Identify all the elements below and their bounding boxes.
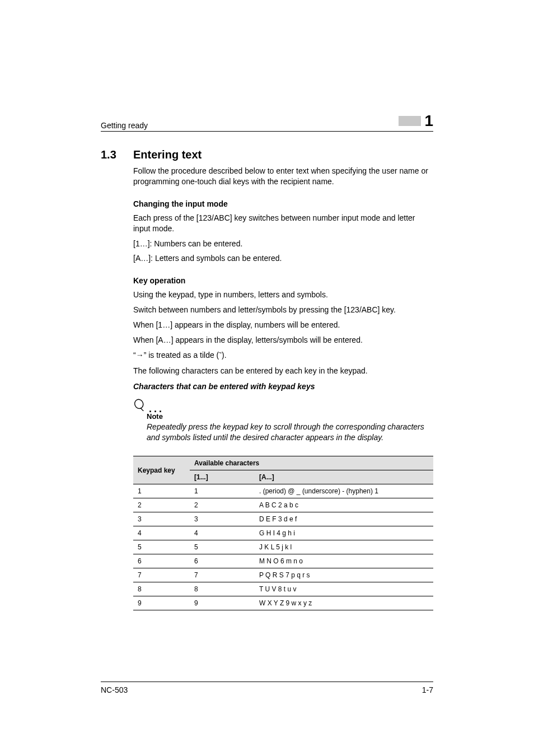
cell-num: 5 [190,540,255,554]
cell-num: 7 [190,568,255,582]
cell-num: 4 [190,526,255,540]
cell-alpha: A B C 2 a b c [255,498,433,512]
key-op-p2: Switch between numbers and letter/symbol… [133,305,433,315]
cell-key: 6 [133,554,190,568]
key-op-p3: When [1…] appears in the display, number… [133,320,433,330]
cell-alpha: . (period) @ _ (underscore) - (hyphen) 1 [255,484,433,498]
svg-point-0 [133,399,144,410]
change-mode-p1: Each press of the [123/ABC] key switches… [133,213,433,234]
cell-key: 5 [133,540,190,554]
cell-alpha: M N O 6 m n o [255,554,433,568]
section-number: 1.3 [101,148,133,161]
cell-alpha: W X Y Z 9 w x y z [255,596,433,610]
note-icon [133,399,146,411]
table-row: 1 1 . (period) @ _ (underscore) - (hyphe… [133,484,433,498]
cell-num: 2 [190,498,255,512]
key-op-heading: Key operation [133,276,433,285]
header-left-text: Getting ready [101,121,148,130]
chapter-number: 1 [424,112,433,130]
cell-num: 8 [190,582,255,596]
section-title: Entering text [133,148,202,161]
key-op-p6: The following characters can be entered … [133,366,433,376]
change-mode-heading: Changing the input mode [133,199,433,208]
cell-key: 4 [133,526,190,540]
note-block: ... Note Repeatedly press the keypad key… [133,399,433,443]
intro-para: Follow the procedure described below to … [133,166,433,187]
cell-key: 2 [133,498,190,512]
section-heading: 1.3 Entering text [101,148,433,161]
cell-alpha: D E F 3 d e f [255,512,433,526]
note-dots: ... [149,407,164,411]
cell-num: 1 [190,484,255,498]
cell-num: 6 [190,554,255,568]
key-op-p5-post: ). [222,351,227,360]
header-right: 1 [399,112,433,130]
key-op-p5: “→” is treated as a tilde (˜). [133,350,433,361]
table-row: 7 7 P Q R S 7 p q r s [133,568,433,582]
table-row: 3 3 D E F 3 d e f [133,512,433,526]
th-1mode: [1...] [190,470,255,484]
footer-left: NC-503 [101,685,128,694]
change-mode-p3: [A…]: Letters and symbols can be entered… [133,253,433,264]
cell-alpha: P Q R S 7 p q r s [255,568,433,582]
cell-key: 7 [133,568,190,582]
page-footer: NC-503 1-7 [101,682,433,694]
svg-line-1 [140,408,144,411]
keypad-table: Keypad key Available characters [1...] [… [133,456,433,610]
chapter-block [399,116,421,126]
key-op-p5-mid: ” is treated as a tilde ( [144,351,219,360]
change-mode-p2: [1…]: Numbers can be entered. [133,239,433,249]
table-row: 9 9 W X Y Z 9 w x y z [133,596,433,610]
cell-key: 8 [133,582,190,596]
page-header: Getting ready 1 [101,112,433,132]
cell-key: 3 [133,512,190,526]
arrow-icon: → [136,351,144,360]
cell-key: 1 [133,484,190,498]
cell-alpha: T U V 8 t u v [255,582,433,596]
key-op-p1: Using the keypad, type in numbers, lette… [133,290,433,300]
footer-right: 1-7 [422,685,433,694]
note-text: Repeatedly press the keypad key to scrol… [147,422,433,443]
cell-num: 3 [190,512,255,526]
th-keypad-key: Keypad key [133,456,190,484]
cell-key: 9 [133,596,190,610]
cell-alpha: G H I 4 g h i [255,526,433,540]
key-op-p4: When [A…] appears in the display, letter… [133,335,433,346]
table-row: 5 5 J K L 5 j k l [133,540,433,554]
table-row: 4 4 G H I 4 g h i [133,526,433,540]
cell-num: 9 [190,596,255,610]
th-amode: [A...] [255,470,433,484]
note-label: Note [147,412,433,421]
table-row: 2 2 A B C 2 a b c [133,498,433,512]
table-row: 8 8 T U V 8 t u v [133,582,433,596]
th-available: Available characters [190,456,433,470]
characters-subheading: Characters that can be entered with keyp… [133,382,433,391]
table-row: 6 6 M N O 6 m n o [133,554,433,568]
cell-alpha: J K L 5 j k l [255,540,433,554]
